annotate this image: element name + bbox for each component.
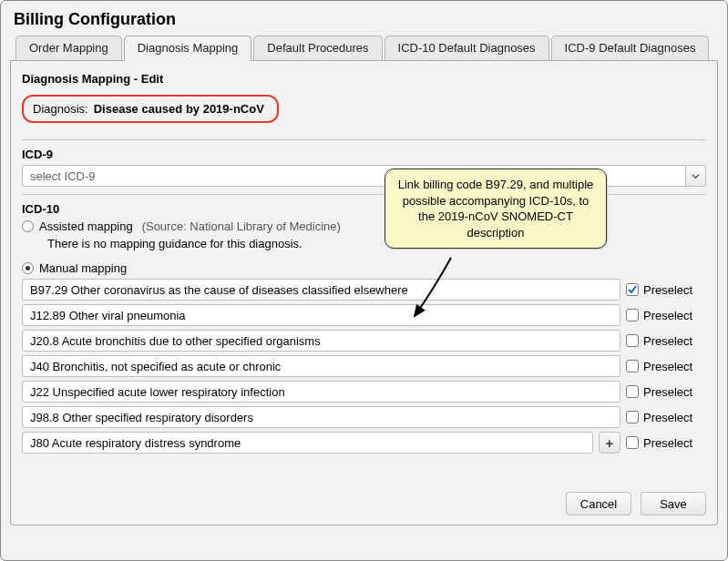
preselect-group: Preselect [626,360,706,373]
preselect-checkbox[interactable] [626,334,639,347]
add-icd10-row-button[interactable]: + [599,432,620,454]
icd10-code-input[interactable]: J80 Acute respiratory distress syndrome [22,432,593,454]
diagnosis-value: Disease caused by 2019-nCoV [94,102,264,116]
manual-mapping-list: B97.29 Other coronavirus as the cause of… [22,279,706,454]
preselect-checkbox[interactable] [626,385,639,398]
preselect-group: Preselect [626,436,706,450]
billing-config-window: Billing Configuration Order MappingDiagn… [0,0,728,561]
manual-mapping-label: Manual mapping [39,261,127,275]
preselect-label: Preselect [643,283,692,297]
preselect-group: Preselect [626,334,706,348]
tab-default-procedures[interactable]: Default Procedures [253,36,382,60]
preselect-checkbox[interactable] [626,411,639,423]
preselect-label: Preselect [643,309,692,322]
diagnosis-label: Diagnosis: [33,102,88,116]
icd10-code-row: B97.29 Other coronavirus as the cause of… [22,279,706,301]
icd10-code-row: J80 Acute respiratory distress syndrome+… [22,432,706,454]
icd10-code-input[interactable]: J40 Bronchitis, not specified as acute o… [22,355,620,377]
check-icon [627,284,638,295]
icd10-code-row: J20.8 Acute bronchitis due to other spec… [22,330,706,352]
window-title: Billing Configuration [14,10,718,29]
icd10-code-row: J12.89 Other viral pneumoniaPreselect [22,304,706,326]
tab-diagnosis-mapping[interactable]: Diagnosis Mapping [124,36,252,61]
manual-mapping-row: Manual mapping [22,261,706,275]
chevron-down-icon [692,172,700,180]
tab-icd10-default[interactable]: ICD-10 Default Diagnoses [385,36,549,60]
assisted-mapping-label: Assisted mapping [39,219,133,233]
tab-icd9-default[interactable]: ICD-9 Default Diagnoses [551,36,710,60]
icd10-code-input[interactable]: J12.89 Other viral pneumonia [22,304,620,326]
preselect-label: Preselect [643,360,692,373]
icd9-dropdown-button[interactable] [685,166,705,186]
cancel-button[interactable]: Cancel [566,492,631,515]
diagnosis-highlight: Diagnosis: Disease caused by 2019-nCoV [22,95,279,123]
preselect-checkbox[interactable] [626,309,639,321]
preselect-group: Preselect [626,411,706,424]
preselect-checkbox[interactable] [626,436,639,449]
icd10-code-input[interactable]: B97.29 Other coronavirus as the cause of… [22,279,620,301]
preselect-label: Preselect [643,436,692,450]
assisted-mapping-radio[interactable] [22,220,34,232]
tab-order-mapping[interactable]: Order Mapping [15,36,122,60]
icd10-code-input[interactable]: J98.8 Other specified respiratory disord… [22,406,620,428]
preselect-checkbox[interactable] [626,283,639,296]
panel-heading: Diagnosis Mapping - Edit [22,72,706,86]
preselect-label: Preselect [643,411,692,424]
annotation-callout: Link billing code B97.29, and multiple p… [385,168,607,249]
icd10-code-row: J22 Unspecified acute lower respiratory … [22,381,706,403]
divider [22,139,706,140]
preselect-label: Preselect [643,385,692,399]
assisted-mapping-source: (Source: National Library of Medicine) [142,219,341,233]
dialog-button-row: Cancel Save [566,492,706,515]
annotation-arrow-icon [407,254,462,327]
diagnosis-mapping-panel: Diagnosis Mapping - Edit Diagnosis: Dise… [10,61,718,525]
icd9-label: ICD-9 [22,148,706,161]
preselect-checkbox[interactable] [626,360,639,372]
manual-mapping-radio[interactable] [22,262,34,274]
preselect-group: Preselect [626,283,706,297]
preselect-group: Preselect [626,385,706,399]
assisted-mapping-hint: There is no mapping guidance for this di… [47,237,706,250]
icd10-code-input[interactable]: J22 Unspecified acute lower respiratory … [22,381,620,403]
preselect-label: Preselect [643,334,692,348]
preselect-group: Preselect [626,309,706,322]
icd10-code-row: J98.8 Other specified respiratory disord… [22,406,706,428]
save-button[interactable]: Save [641,492,706,515]
icd10-code-input[interactable]: J20.8 Acute bronchitis due to other spec… [22,330,620,352]
tab-bar: Order MappingDiagnosis MappingDefault Pr… [10,35,718,61]
icd10-code-row: J40 Bronchitis, not specified as acute o… [22,355,706,377]
